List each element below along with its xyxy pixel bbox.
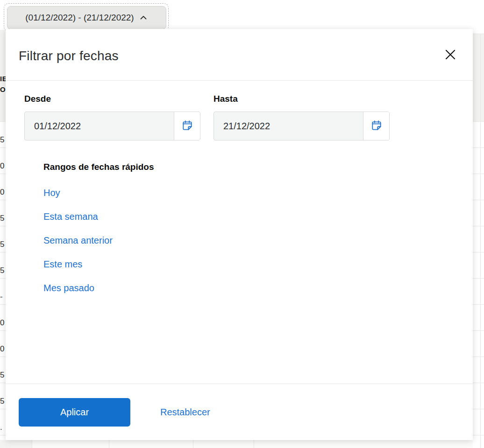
table-cell-fragment: 5 <box>0 240 4 249</box>
close-icon <box>443 47 458 63</box>
table-column-border <box>32 440 32 448</box>
to-date-picker-button[interactable] <box>363 112 389 140</box>
from-date-value[interactable]: 01/12/2022 <box>25 112 174 140</box>
background-table-rows: 5 0 0 5 5 5 - 0 0 5 5 . <box>0 121 6 448</box>
from-date-label: Desde <box>24 94 51 104</box>
table-cell-fragment: 5 <box>0 135 4 145</box>
table-cell-fragment: - <box>0 292 3 301</box>
table-cell-fragment: 5 <box>0 371 4 380</box>
table-cell-fragment: 5 <box>0 397 4 406</box>
from-date-input: 01/12/2022 <box>24 112 200 140</box>
calendar-icon <box>370 119 383 133</box>
table-cell-fragment: 0 <box>0 318 4 328</box>
table-cell-fragment: 0 <box>0 344 4 354</box>
date-range-label: (01/12/2022) - (21/12/2022) <box>25 13 134 23</box>
table-column-border <box>480 34 481 448</box>
table-cell <box>0 440 32 448</box>
calendar-icon <box>181 119 193 133</box>
to-date-value[interactable]: 21/12/2022 <box>214 112 363 140</box>
page: IE OR 5 0 0 5 5 5 - 0 0 5 5 . <box>0 0 484 448</box>
close-button[interactable] <box>442 47 459 63</box>
table-header-fragment: IE <box>0 75 6 83</box>
table-column-border <box>254 440 254 448</box>
date-range-button-focus-ring: (01/12/2022) - (21/12/2022) <box>4 3 169 31</box>
reset-link[interactable]: Restablecer <box>160 407 210 418</box>
apply-button[interactable]: Aplicar <box>19 398 130 427</box>
dialog-title: Filtrar por fechas <box>19 49 119 63</box>
background-table-rows <box>473 121 484 448</box>
quick-ranges-heading: Rangos de fechas rápidos <box>43 162 154 172</box>
table-cell-fragment: 5 <box>0 214 4 223</box>
quick-range-today[interactable]: Hoy <box>43 188 60 198</box>
table-column-border <box>193 440 193 448</box>
table-cell-fragment: 5 <box>0 266 4 275</box>
chevron-up-icon <box>139 14 148 22</box>
to-date-input: 21/12/2022 <box>214 112 390 140</box>
background-table-bottom <box>0 440 473 448</box>
quick-range-previous-week[interactable]: Semana anterior <box>43 235 113 246</box>
background-table-header <box>473 34 484 121</box>
table-cell-fragment: 0 <box>0 188 4 197</box>
table-header-fragment: OR <box>0 85 6 93</box>
background-table-left: IE OR 5 0 0 5 5 5 - 0 0 5 5 . <box>0 30 6 448</box>
quick-range-last-month[interactable]: Mes pasado <box>43 283 94 294</box>
header-divider <box>6 80 473 81</box>
date-range-button[interactable]: (01/12/2022) - (21/12/2022) <box>7 6 166 29</box>
table-column-border <box>109 440 109 448</box>
table-cell-fragment: 0 <box>0 161 4 171</box>
quick-range-this-month[interactable]: Este mes <box>43 259 82 270</box>
to-date-label: Hasta <box>214 94 238 104</box>
quick-range-this-week[interactable]: Esta semana <box>43 211 98 222</box>
from-date-picker-button[interactable] <box>174 112 200 140</box>
background-table-right <box>473 0 484 448</box>
filter-by-dates-dialog: Filtrar por fechas Desde 01/12/2022 <box>6 29 473 440</box>
footer-divider <box>6 384 473 384</box>
table-cell-fragment: . <box>0 423 2 432</box>
background-table-header: IE OR <box>0 30 6 121</box>
